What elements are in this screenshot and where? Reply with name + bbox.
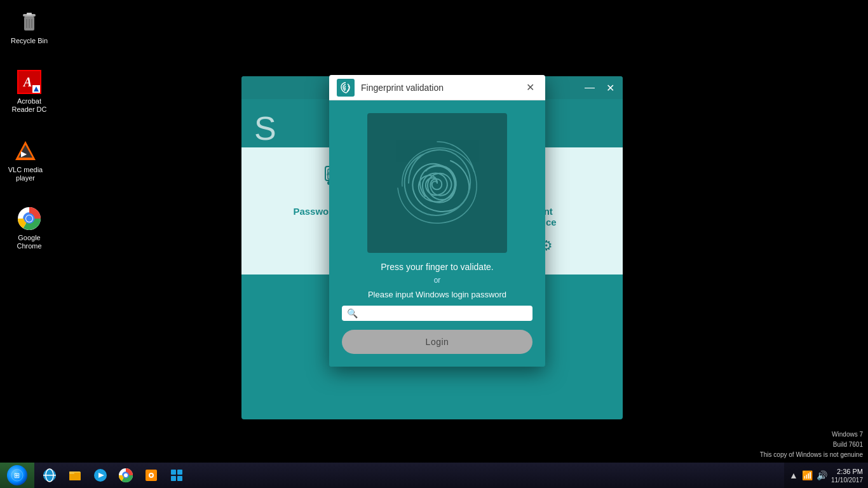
svg-point-45	[124, 473, 128, 477]
chrome-icon	[17, 206, 42, 231]
taskbar: ⊞	[0, 463, 868, 488]
svg-point-15	[26, 215, 32, 222]
windows-not-genuine-notice: Windows 7 Build 7601 This copy of Window…	[760, 430, 863, 460]
tray-network-icon[interactable]: 📶	[802, 470, 813, 480]
fp-dialog-title: Fingerprint validation	[361, 83, 522, 93]
svg-rect-40	[69, 471, 74, 474]
fp-dialog-body: Press your finger to validate. or Please…	[329, 100, 545, 367]
fp-password-label: Please input Windows login password	[368, 290, 506, 299]
fp-or-text: or	[434, 276, 441, 285]
desktop-icon-recycle-bin[interactable]: Recycle Bin	[6, 6, 52, 48]
recycle-bin-icon	[17, 9, 42, 34]
not-genuine-line1: Windows 7	[760, 430, 863, 440]
svg-text:⊞: ⊞	[14, 471, 20, 479]
svg-text:A: A	[22, 75, 32, 89]
system-tray: ▲ 📶 🔊 2:36 PM 11/10/2017	[784, 463, 868, 488]
acrobat-icon: A	[17, 69, 42, 95]
fingerprint-dialog: Fingerprint validation ✕ Press yo	[329, 75, 545, 367]
start-button[interactable]: ⊞	[0, 463, 34, 488]
svg-rect-50	[177, 470, 182, 475]
desktop-icon-vlc[interactable]: ▶ VLC media player	[3, 135, 48, 185]
svg-rect-49	[171, 470, 176, 475]
taskbar-paint-icon[interactable]	[139, 464, 163, 487]
fp-login-button[interactable]: Login	[342, 330, 532, 354]
svg-marker-7	[34, 86, 39, 92]
fp-password-input[interactable]	[362, 308, 527, 318]
start-orb: ⊞	[7, 465, 27, 485]
svg-rect-51	[171, 476, 176, 481]
tray-date: 11/10/2017	[831, 477, 863, 484]
tray-volume-icon[interactable]: 🔊	[817, 470, 827, 480]
svg-rect-52	[177, 476, 182, 481]
taskbar-metro-icon[interactable]	[165, 464, 189, 487]
svg-rect-10	[20, 158, 31, 160]
desktop: Recycle Bin A AcrobatReader DC	[0, 0, 868, 488]
vlc-icon: ▶	[13, 138, 38, 163]
svg-point-48	[150, 474, 153, 477]
tray-expand-icon[interactable]: ▲	[789, 470, 798, 480]
bg-app-close-btn[interactable]: ✕	[602, 80, 618, 95]
taskbar-explorer-icon[interactable]	[63, 464, 87, 487]
recycle-bin-label: Recycle Bin	[11, 37, 48, 45]
bg-app-minimize-btn[interactable]: —	[582, 80, 597, 95]
taskbar-chrome-icon[interactable]	[114, 464, 138, 487]
fp-password-field-container: 🔍	[342, 306, 532, 321]
taskbar-ie-icon[interactable]	[37, 464, 62, 487]
tray-clock[interactable]: 2:36 PM 11/10/2017	[831, 467, 863, 484]
taskbar-media-player-icon[interactable]	[88, 464, 112, 487]
not-genuine-line2: Build 7601	[760, 440, 863, 450]
tray-time: 2:36 PM	[831, 467, 863, 477]
search-icon: 🔍	[347, 308, 358, 318]
chrome-label: GoogleChrome	[17, 234, 41, 250]
vlc-label: VLC media player	[5, 166, 46, 182]
fp-dialog-close-btn[interactable]: ✕	[522, 80, 538, 95]
fingerprint-image-area	[367, 113, 507, 253]
svg-rect-2	[27, 13, 32, 15]
fp-dialog-titlebar: Fingerprint validation ✕	[329, 75, 545, 100]
fp-dialog-icon	[337, 79, 355, 97]
fp-press-text: Press your finger to validate.	[381, 262, 493, 272]
desktop-icon-acrobat[interactable]: A AcrobatReader DC	[6, 67, 52, 116]
not-genuine-line3: This copy of Windows is not genuine	[760, 450, 863, 460]
desktop-icon-chrome[interactable]: GoogleChrome	[6, 203, 52, 253]
acrobat-label: AcrobatReader DC	[11, 97, 46, 114]
taskbar-pinned-items	[34, 463, 784, 488]
